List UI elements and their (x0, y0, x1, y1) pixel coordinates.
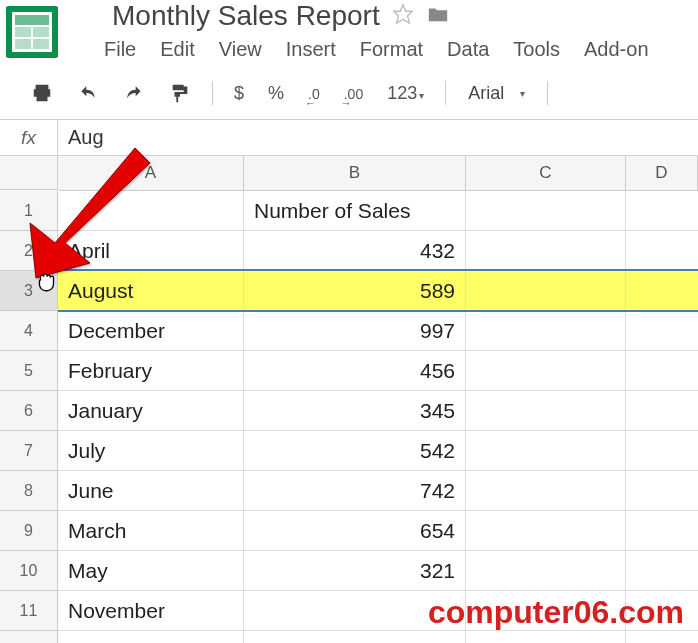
table-row: January345 (58, 391, 698, 431)
cell[interactable] (466, 551, 626, 590)
more-formats[interactable]: 123▾ (384, 83, 427, 104)
cell[interactable] (466, 311, 626, 350)
format-currency[interactable]: $ (231, 83, 247, 104)
cell[interactable] (626, 551, 698, 590)
cell[interactable] (466, 391, 626, 430)
row-header[interactable]: 12 (0, 631, 57, 643)
table-row: March654 (58, 511, 698, 551)
fx-label: fx (0, 120, 58, 155)
column-header-b[interactable]: B (244, 156, 466, 190)
row-header[interactable]: 2 (0, 231, 57, 271)
cell[interactable]: Number of Sales (244, 191, 466, 230)
row-header[interactable]: 9 (0, 511, 57, 551)
undo-icon[interactable] (74, 81, 102, 105)
cell[interactable]: December (58, 311, 244, 350)
cell[interactable]: February (58, 351, 244, 390)
watermark: computer06.com (428, 594, 684, 631)
cell[interactable]: November (58, 591, 244, 630)
cell[interactable]: 589 (244, 271, 466, 310)
row-header[interactable]: 6 (0, 391, 57, 431)
cell[interactable] (466, 191, 626, 230)
row-header[interactable]: 10 (0, 551, 57, 591)
cell[interactable] (626, 631, 698, 643)
print-icon[interactable] (28, 81, 56, 105)
increase-decimal[interactable]: .00→ (341, 83, 366, 104)
decrease-decimal[interactable]: .0← (305, 83, 323, 104)
star-icon[interactable] (392, 3, 414, 29)
table-row: July542 (58, 431, 698, 471)
cell[interactable] (626, 391, 698, 430)
row-header[interactable]: 1 (0, 191, 57, 231)
table-row: August589 (58, 271, 698, 311)
menu-format[interactable]: Format (360, 38, 423, 61)
cell[interactable] (626, 271, 698, 310)
menu-insert[interactable]: Insert (286, 38, 336, 61)
paint-format-icon[interactable] (166, 81, 194, 105)
select-all-corner[interactable] (0, 156, 58, 190)
formula-input[interactable]: Aug (58, 126, 698, 149)
cell[interactable]: 542 (244, 431, 466, 470)
cell[interactable]: March (58, 511, 244, 550)
table-row: April432 (58, 231, 698, 271)
cell[interactable]: October (58, 631, 244, 643)
table-row: Number of Sales (58, 191, 698, 231)
row-header[interactable]: 3 (0, 271, 57, 311)
cell[interactable] (626, 191, 698, 230)
cell[interactable]: August (58, 271, 244, 310)
cell[interactable]: 345 (244, 391, 466, 430)
cell[interactable]: 321 (244, 551, 466, 590)
cell[interactable] (58, 191, 244, 230)
row-header[interactable]: 11 (0, 591, 57, 631)
cell[interactable] (466, 351, 626, 390)
cell[interactable]: June (58, 471, 244, 510)
cell[interactable] (626, 431, 698, 470)
table-row: October692 (58, 631, 698, 643)
cell[interactable]: January (58, 391, 244, 430)
svg-marker-0 (394, 5, 412, 23)
cell[interactable] (626, 471, 698, 510)
row-header[interactable]: 7 (0, 431, 57, 471)
cell[interactable] (626, 231, 698, 270)
menu-tools[interactable]: Tools (513, 38, 560, 61)
menu-addons[interactable]: Add-on (584, 38, 649, 61)
cell[interactable]: April (58, 231, 244, 270)
cell[interactable] (466, 431, 626, 470)
column-header-c[interactable]: C (466, 156, 626, 190)
cell[interactable]: July (58, 431, 244, 470)
document-title[interactable]: Monthly Sales Report (112, 0, 380, 32)
cell[interactable]: 742 (244, 471, 466, 510)
cell[interactable] (466, 271, 626, 310)
sheets-logo (6, 6, 58, 58)
cell[interactable]: 654 (244, 511, 466, 550)
menu-file[interactable]: File (104, 38, 136, 61)
cell[interactable]: 456 (244, 351, 466, 390)
font-selector[interactable]: Arial▾ (464, 83, 529, 104)
menu-data[interactable]: Data (447, 38, 489, 61)
cell[interactable]: 432 (244, 231, 466, 270)
cell[interactable]: 692 (244, 631, 466, 643)
table-row: December997 (58, 311, 698, 351)
table-row: February456 (58, 351, 698, 391)
menu-edit[interactable]: Edit (160, 38, 194, 61)
cell[interactable] (466, 631, 626, 643)
cell[interactable] (466, 511, 626, 550)
toolbar: $ % .0← .00→ 123▾ Arial▾ (0, 65, 698, 120)
redo-icon[interactable] (120, 81, 148, 105)
menu-view[interactable]: View (219, 38, 262, 61)
row-header[interactable]: 4 (0, 311, 57, 351)
column-header-a[interactable]: A (58, 156, 244, 190)
cell[interactable]: 997 (244, 311, 466, 350)
column-header-d[interactable]: D (626, 156, 698, 190)
folder-icon[interactable] (426, 3, 450, 29)
cell[interactable] (626, 511, 698, 550)
cell[interactable] (466, 231, 626, 270)
row-header[interactable]: 8 (0, 471, 57, 511)
format-percent[interactable]: % (265, 83, 287, 104)
cell[interactable]: May (58, 551, 244, 590)
cell[interactable] (626, 311, 698, 350)
row-header[interactable]: 5 (0, 351, 57, 391)
menu-bar: File Edit View Insert Format Data Tools … (0, 34, 698, 61)
cell[interactable] (466, 471, 626, 510)
cell[interactable] (626, 351, 698, 390)
table-row: May321 (58, 551, 698, 591)
